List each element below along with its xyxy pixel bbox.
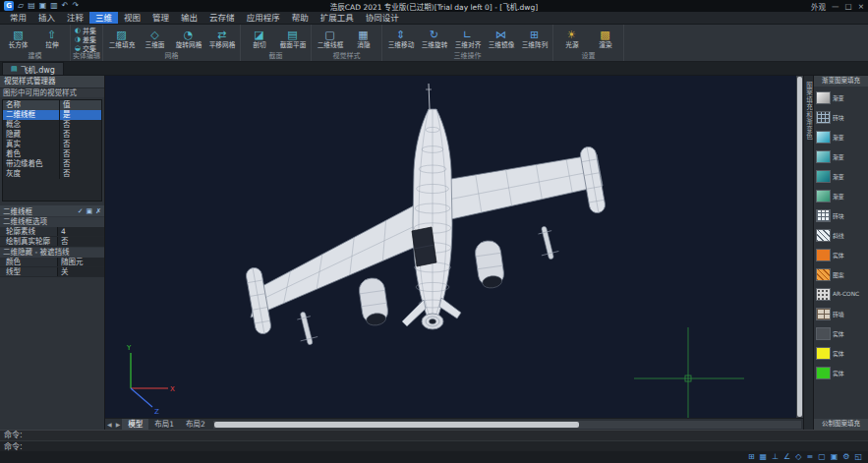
- layout-next-button[interactable]: ▶: [114, 419, 123, 431]
- undo-icon[interactable]: ↶: [62, 0, 69, 12]
- ribbon-tab-10[interactable]: 扩展工具: [315, 12, 360, 24]
- app-logo[interactable]: G: [4, 1, 14, 11]
- ribbon-tab-5[interactable]: 管理: [146, 12, 175, 24]
- document-tab-0[interactable]: ▤飞机.dwg: [2, 62, 64, 75]
- prop-group-header-1[interactable]: 二维隐藏 - 被遮挡线: [0, 248, 104, 258]
- new-file-icon[interactable]: ▱: [18, 0, 24, 12]
- hatch-item-10[interactable]: AR-CONC: [816, 286, 866, 302]
- hatch-item-8[interactable]: 实体: [816, 247, 866, 262]
- hatch-item-11[interactable]: 砖墙: [816, 306, 866, 321]
- appearance-button[interactable]: 外观: [811, 1, 826, 12]
- ribbon-button-4-0[interactable]: ▢二维线框: [314, 29, 346, 49]
- viewport-vertical-scrollbar[interactable]: [796, 76, 803, 418]
- ribbon-button-0-1[interactable]: ⇧拉伸: [35, 29, 68, 49]
- palette-group-bottom[interactable]: 公制图案填充: [814, 419, 868, 430]
- viewport-horizontal-scrollbar[interactable]: [213, 421, 801, 429]
- ribbon-button-5-4[interactable]: ⊞三维阵列: [518, 29, 550, 49]
- style-row-6[interactable]: 灰度否: [3, 169, 101, 179]
- ribbon-tab-7[interactable]: 云存储: [203, 12, 241, 24]
- ribbon-button-5-2[interactable]: ∟三维对齐: [451, 29, 484, 49]
- snap-icon[interactable]: ⊞: [748, 451, 755, 463]
- object-snap-icon[interactable]: ◇: [795, 451, 801, 463]
- hatch-item-6[interactable]: 砖块: [816, 207, 866, 223]
- ortho-icon[interactable]: ⊥: [772, 451, 779, 463]
- fullscreen-icon[interactable]: ◱: [854, 451, 862, 463]
- viewport[interactable]: Y X Z ◀ ▶ 模型布局1布局2: [105, 76, 803, 430]
- grid-icon[interactable]: ▦: [760, 451, 768, 463]
- redo-icon[interactable]: ↷: [73, 0, 80, 12]
- layout-tab-2[interactable]: 布局2: [180, 419, 211, 431]
- ribbon-tab-1[interactable]: 插入: [32, 12, 61, 24]
- new-visual-style-icon[interactable]: ▣: [87, 207, 93, 215]
- hatch-item-9[interactable]: 图案: [816, 266, 866, 282]
- ribbon-button-5-0[interactable]: ⇕三维移动: [384, 29, 417, 49]
- ribbon-tab-3[interactable]: 三维: [89, 12, 118, 24]
- hatch-item-0[interactable]: 渐变: [816, 89, 866, 105]
- prop-value[interactable]: 否: [57, 237, 104, 246]
- hscroll-thumb[interactable]: [214, 422, 579, 428]
- prop-value[interactable]: 4: [57, 227, 104, 236]
- ribbon-button-4-1[interactable]: ▦消隐: [347, 29, 379, 49]
- ribbon-button-3-1[interactable]: ▤截面平面: [276, 29, 309, 49]
- ribbon-tab-6[interactable]: 输出: [175, 12, 203, 24]
- hatch-item-5[interactable]: 渐变: [816, 188, 866, 203]
- style-row-0[interactable]: 二维线框是: [3, 110, 101, 120]
- hatch-item-12[interactable]: 实体: [816, 325, 866, 341]
- polar-tracking-icon[interactable]: ∠: [783, 451, 790, 463]
- ribbon-tab-4[interactable]: 视图: [118, 12, 146, 24]
- ribbon-button-5-3[interactable]: ⋈三维镜像: [485, 29, 517, 49]
- dynamic-input-icon[interactable]: ▢: [818, 451, 826, 463]
- prop-group-header-0[interactable]: 二维线框选项: [0, 217, 104, 227]
- ribbon-button-label: 三维镜像: [488, 42, 514, 49]
- minimize-button[interactable]: —: [832, 2, 839, 11]
- ribbon-button-2-2[interactable]: ◔旋转网格: [172, 29, 204, 49]
- palette-group-top[interactable]: 渐变图案填充: [814, 76, 868, 87]
- hatch-item-2[interactable]: 渐变: [816, 129, 866, 145]
- ribbon-button-3-0[interactable]: ◪剖切: [243, 29, 275, 49]
- close-button[interactable]: ×: [858, 2, 864, 11]
- prop-value[interactable]: 关: [57, 267, 104, 276]
- style-row-2[interactable]: 隐藏否: [3, 130, 101, 140]
- settings-icon[interactable]: ⚙: [842, 451, 849, 463]
- ribbon-button-1-2[interactable]: ◒交集: [75, 43, 96, 52]
- plot-icon[interactable]: ▥: [50, 0, 58, 12]
- ribbon-button-6-0[interactable]: ☀光源: [555, 29, 588, 49]
- ribbon-tab-2[interactable]: 注释: [61, 12, 89, 24]
- style-row-5[interactable]: 带边缘着色否: [3, 159, 101, 169]
- prop-value[interactable]: 随图元: [57, 258, 104, 266]
- ribbon-button-2-0[interactable]: ▨二维填充: [105, 29, 138, 49]
- ribbon-button-6-1[interactable]: ▩渲染: [589, 29, 621, 49]
- style-row-value: 是: [60, 110, 101, 120]
- ribbon-button-2-3[interactable]: ⇄平移网格: [205, 29, 238, 49]
- save-icon[interactable]: ▣: [39, 0, 47, 12]
- open-folder-icon[interactable]: ▤: [28, 0, 35, 12]
- layout-prev-button[interactable]: ◀: [105, 419, 114, 431]
- command-input-line[interactable]: 命令:: [0, 440, 868, 451]
- layout-tab-1[interactable]: 布局1: [148, 419, 180, 431]
- maximize-button[interactable]: □: [845, 2, 852, 11]
- style-row-3[interactable]: 真实否: [3, 140, 101, 149]
- hatch-item-1[interactable]: 砖块: [816, 109, 866, 125]
- style-row-4[interactable]: 着色否: [3, 149, 101, 159]
- layout-tab-0[interactable]: 模型: [122, 419, 148, 431]
- model-space-icon[interactable]: ▣: [831, 451, 839, 463]
- ribbon-tab-11[interactable]: 协同设计: [360, 12, 405, 24]
- prop-key: 线型: [0, 267, 57, 276]
- lineweight-icon[interactable]: ≡: [806, 451, 813, 463]
- hatch-item-13[interactable]: 实体: [816, 345, 866, 361]
- ribbon-tab-8[interactable]: 应用程序: [241, 12, 286, 24]
- ribbon-tab-9[interactable]: 帮助: [286, 12, 315, 24]
- hatch-item-4[interactable]: 渐变: [816, 168, 866, 184]
- palette-tab-hatch[interactable]: 图案填充和渐变色: [804, 82, 814, 430]
- style-row-1[interactable]: 概念否: [3, 120, 101, 130]
- ribbon-tab-0[interactable]: 常用: [4, 12, 32, 24]
- hatch-item-7[interactable]: 斜线: [816, 227, 866, 243]
- vscroll-thumb[interactable]: [797, 77, 802, 417]
- apply-visual-style-icon[interactable]: ✓: [78, 207, 84, 215]
- delete-visual-style-icon[interactable]: ✗: [95, 207, 101, 215]
- ribbon-button-2-1[interactable]: ◇三维面: [139, 29, 171, 49]
- hatch-item-14[interactable]: 实体: [816, 365, 866, 380]
- hatch-item-3[interactable]: 渐变: [816, 148, 866, 164]
- ribbon-button-0-0[interactable]: ▧长方体: [2, 29, 34, 49]
- ribbon-button-5-1[interactable]: ↻三维旋转: [418, 29, 450, 49]
